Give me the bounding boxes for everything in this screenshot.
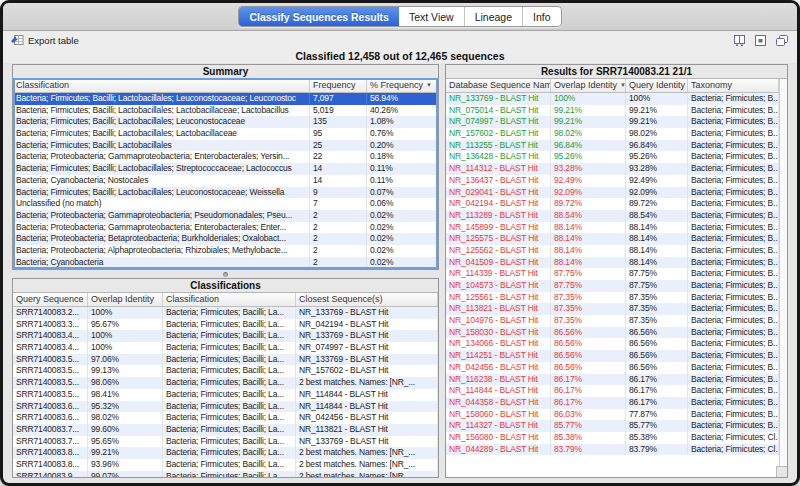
table-cell: Bacteria; Firmicutes; B... — [688, 93, 779, 105]
table-row[interactable]: NR_113255 - BLAST Hit96.84%96.84%Bacteri… — [446, 140, 779, 152]
table-row[interactable]: SRR7140083.5...97.06%Bacteria; Firmicute… — [13, 354, 438, 366]
table-row[interactable]: NR_134066 - BLAST Hit86.56%86.56%Bacteri… — [446, 338, 779, 350]
column-header[interactable]: Classification — [13, 79, 310, 92]
table-row[interactable]: NR_136428 - BLAST Hit95.26%95.26%Bacteri… — [446, 151, 779, 163]
table-row[interactable]: Bacteria; Firmicutes; Bacilli; Lactobaci… — [13, 140, 438, 152]
table-row[interactable]: NR_104976 - BLAST Hit87.35%87.35%Bacteri… — [446, 315, 779, 327]
table-row[interactable]: SRR7140083.6...95.32%Bacteria; Firmicute… — [13, 401, 438, 413]
column-header[interactable]: Query Sequence▲ — [13, 293, 88, 306]
table-row[interactable]: Bacteria; Proteobacteria; Gammaproteobac… — [13, 210, 438, 222]
table-row[interactable]: NR_133769 - BLAST Hit100%100%Bacteria; F… — [446, 93, 779, 105]
table-row[interactable]: NR_114312 - BLAST Hit93.28%93.28%Bacteri… — [446, 163, 779, 175]
table-row[interactable]: NR_044358 - BLAST Hit86.17%86.17%Bacteri… — [446, 397, 779, 409]
table-cell: SRR7140083.7... — [13, 436, 88, 448]
table-row[interactable]: NR_029041 - BLAST Hit92.09%92.09%Bacteri… — [446, 187, 779, 199]
table-row[interactable]: NR_041509 - BLAST Hit88.14%88.14%Bacteri… — [446, 257, 779, 269]
results-vertical-scrollbar[interactable] — [779, 79, 787, 477]
table-row[interactable]: SRR7140083.3...95.67%Bacteria; Firmicute… — [13, 319, 438, 331]
table-row[interactable]: SRR7140083.6...98.02%Bacteria; Firmicute… — [13, 412, 438, 424]
table-row[interactable]: Bacteria; Cyanobacteria20.02% — [13, 257, 438, 269]
table-cell: Bacteria; Firmicutes; Bacilli; La... — [163, 471, 296, 477]
table-row[interactable]: NR_113821 - BLAST Hit87.35%87.35%Bacteri… — [446, 303, 779, 315]
tab-lineage[interactable]: Lineage — [464, 7, 522, 26]
column-header[interactable]: Closest Sequence(s) — [296, 293, 438, 306]
table-row[interactable]: Bacteria; Firmicutes; Bacilli; Lactobaci… — [13, 163, 438, 175]
column-header[interactable]: Classification — [163, 293, 296, 306]
table-row[interactable]: SRR7140083.7...95.65%Bacteria; Firmicute… — [13, 436, 438, 448]
tab-classify-sequences-results[interactable]: Classify Sequences Results — [239, 7, 398, 26]
panel-splitter-horizontal[interactable] — [12, 270, 439, 278]
table-row[interactable]: NR_116238 - BLAST Hit86.17%86.17%Bacteri… — [446, 374, 779, 386]
dock-view-icon[interactable] — [754, 34, 767, 47]
table-row[interactable]: NR_114251 - BLAST Hit86.56%86.56%Bacteri… — [446, 350, 779, 362]
column-header[interactable]: Taxonomy — [688, 79, 779, 92]
stack-windows-icon[interactable] — [775, 34, 789, 47]
results-content: Summary ClassificationFrequency% Frequen… — [3, 63, 797, 484]
split-view-icon[interactable] — [733, 34, 746, 47]
table-row[interactable]: Bacteria; Firmicutes; Bacilli; Lactobaci… — [13, 116, 438, 128]
table-row[interactable]: SRR7140083.8...93.96%Bacteria; Firmicute… — [13, 459, 438, 471]
table-row[interactable]: SRR7140083.8...99.21%Bacteria; Firmicute… — [13, 447, 438, 459]
column-header[interactable]: Overlap Identity▼ — [551, 79, 626, 92]
table-row[interactable]: NR_136437 - BLAST Hit92.49%92.49%Bacteri… — [446, 175, 779, 187]
column-header[interactable]: Query Identity — [626, 79, 688, 92]
table-row[interactable]: Unclassified (no match)70.06% — [13, 198, 438, 210]
table-row[interactable]: NR_156080 - BLAST Hit85.38%85.38%Bacteri… — [446, 432, 779, 444]
table-row[interactable]: SRR7140083.7...99.60%Bacteria; Firmicute… — [13, 424, 438, 436]
column-header[interactable]: Overlap Identity — [88, 293, 163, 306]
table-row[interactable]: Bacteria; Proteobacteria; Gammaproteobac… — [13, 151, 438, 163]
table-row[interactable]: NR_158060 - BLAST Hit86.03%77.87%Bacteri… — [446, 409, 779, 421]
table-row[interactable]: Bacteria; Proteobacteria; Gammaproteobac… — [13, 222, 438, 234]
table-row[interactable]: SRR7140083.4...100%Bacteria; Firmicutes;… — [13, 330, 438, 342]
table-cell: 100% — [88, 342, 163, 354]
table-cell: 2 best matches. Names: [NR_... — [296, 377, 438, 389]
table-row[interactable]: SRR7140083.2...100%Bacteria; Firmicutes;… — [13, 307, 438, 319]
table-row[interactable]: SRR7140083.9...99.07%Bacteria; Firmicute… — [13, 471, 438, 477]
table-row[interactable]: NR_113289 - BLAST Hit88.54%88.54%Bacteri… — [446, 210, 779, 222]
table-cell: NR_114844 - BLAST Hit — [446, 385, 551, 397]
table-row[interactable]: NR_042456 - BLAST Hit86.56%86.56%Bacteri… — [446, 362, 779, 374]
export-table-button[interactable]: Export table — [11, 34, 79, 48]
table-row[interactable]: SRR7140083.4...100%Bacteria; Firmicutes;… — [13, 342, 438, 354]
tab-info[interactable]: Info — [522, 7, 561, 26]
tab-text-view[interactable]: Text View — [399, 7, 464, 26]
table-row[interactable]: NR_125575 - BLAST Hit88.14%88.14%Bacteri… — [446, 233, 779, 245]
table-cell: 95.26% — [626, 151, 688, 163]
column-header[interactable]: Frequency — [310, 79, 367, 92]
table-row[interactable]: NR_114327 - BLAST Hit85.77%85.77%Bacteri… — [446, 420, 779, 432]
table-row[interactable]: NR_074997 - BLAST Hit99.21%99.21%Bacteri… — [446, 116, 779, 128]
table-row[interactable]: NR_114339 - BLAST Hit87.75%87.75%Bacteri… — [446, 268, 779, 280]
table-row[interactable]: SRR7140083.5...98.06%Bacteria; Firmicute… — [13, 377, 438, 389]
table-row[interactable]: Bacteria; Firmicutes; Bacilli; Lactobaci… — [13, 105, 438, 117]
table-row[interactable]: Bacteria; Cyanobacteria; Nostocales140.1… — [13, 175, 438, 187]
table-row[interactable]: NR_158030 - BLAST Hit86.56%86.56%Bacteri… — [446, 327, 779, 339]
table-row[interactable]: Bacteria; Firmicutes; Bacilli; Lactobaci… — [13, 93, 438, 105]
table-row[interactable]: NR_157602 - BLAST Hit98.02%98.02%Bacteri… — [446, 128, 779, 140]
table-row[interactable]: NR_125561 - BLAST Hit87.35%87.35%Bacteri… — [446, 292, 779, 304]
table-row[interactable]: Bacteria; Proteobacteria; Betaproteobact… — [13, 233, 438, 245]
table-row[interactable]: NR_125562 - BLAST Hit88.14%88.14%Bacteri… — [446, 245, 779, 257]
table-row[interactable]: NR_104573 - BLAST Hit87.75%87.75%Bacteri… — [446, 280, 779, 292]
table-row[interactable]: SRR7140083.5...99.13%Bacteria; Firmicute… — [13, 365, 438, 377]
table-row[interactable]: Bacteria; Proteobacteria; Alphaproteobac… — [13, 245, 438, 257]
table-cell: SRR7140083.5... — [13, 365, 88, 377]
table-cell: NR_125562 - BLAST Hit — [446, 245, 551, 257]
table-row[interactable]: NR_042194 - BLAST Hit89.72%89.72%Bacteri… — [446, 198, 779, 210]
column-header[interactable]: Database Sequence Name — [446, 79, 551, 92]
column-header[interactable]: % Frequency▼ — [367, 79, 438, 92]
table-cell: 2 — [310, 222, 367, 234]
table-row[interactable]: NR_114844 - BLAST Hit86.17%86.17%Bacteri… — [446, 385, 779, 397]
table-cell: 85.77% — [626, 420, 688, 432]
table-cell: 86.56% — [551, 350, 626, 362]
table-row[interactable]: SRR7140083.5...98.41%Bacteria; Firmicute… — [13, 389, 438, 401]
table-cell: 0.11% — [367, 175, 438, 187]
table-cell: NR_145899 - BLAST Hit — [446, 222, 551, 234]
table-row[interactable]: NR_044289 - BLAST Hit83.79%83.79%Bacteri… — [446, 444, 779, 456]
table-cell: Bacteria; Firmicutes; B... — [688, 163, 779, 175]
table-row[interactable]: NR_145899 - BLAST Hit88.14%88.14%Bacteri… — [446, 222, 779, 234]
table-row[interactable]: Bacteria; Firmicutes; Bacilli; Lactobaci… — [13, 187, 438, 199]
table-row[interactable]: Bacteria; Firmicutes; Bacilli; Lactobaci… — [13, 128, 438, 140]
table-cell: 9 — [310, 187, 367, 199]
table-row[interactable]: NR_075014 - BLAST Hit99.21%99.21%Bacteri… — [446, 105, 779, 117]
table-cell: 0.07% — [367, 187, 438, 199]
